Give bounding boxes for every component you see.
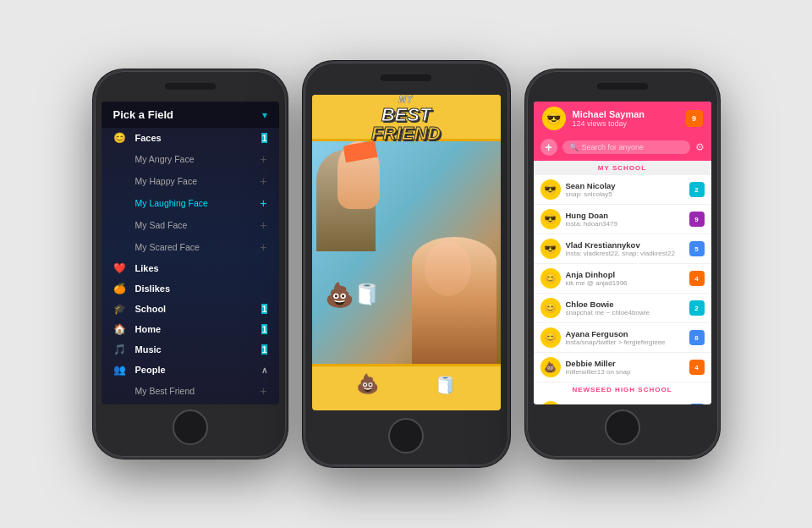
school-label: School [135,304,262,314]
best-friend-label: My Best Friend [135,386,261,396]
sad-face-label: My Sad Face [135,220,261,230]
music-icon: 🎵 [113,344,129,355]
snap-people-area: 💩 🧻 [312,141,501,364]
list-item[interactable]: 😎 Jonathan Dann musically: jdann344 6 [534,397,711,404]
phone2-screen: MY BEST FRIEND [312,95,501,410]
likes-label: Likes [135,263,267,273]
list-item[interactable]: 😎 Vlad Krestiannykov insta: vladkrest22,… [534,234,711,264]
field-header[interactable]: Pick a Field ▾ [102,102,279,128]
item-info: Chloe Bowie snapchat me ~ chloe4bowie [566,300,684,316]
item-info: Sean Nicolay snap: snicolay5 [566,181,684,198]
happy-face-label: My Happy Face [135,176,261,186]
home-icon: 🏠 [113,323,129,335]
item-name: Sean Nicolay [566,181,684,190]
search-bar: + 🔍 Search for anyone ⚙ [534,135,711,161]
newseed-section-label: NEWSEED HIGH SCHOOL [534,382,711,397]
avatar: 😎 [540,209,561,229]
my-happy-face-item[interactable]: My Happy Face + [102,170,279,192]
my-fans-item[interactable]: My Fans + [102,402,279,404]
category-school[interactable]: 🎓 School 1 [102,299,279,319]
field-list: 😊 Faces 1 My Angry Face + My Happy Face … [102,128,279,404]
people-label: People [135,365,261,375]
item-handle: millerwiller13 on snap [566,368,684,376]
item-badge: 2 [689,182,705,197]
add-button[interactable]: + [540,139,557,156]
faces-label: Faces [135,133,262,143]
snap-friend-text: FRIEND [371,124,441,143]
toilet-paper-sticker: 🧻 [354,283,380,306]
search-input[interactable]: 🔍 Search for anyone [562,140,690,154]
list-item[interactable]: 😊 Ayana Ferguson insta/snap/twitter > fe… [534,323,711,353]
faces-badge: 1 [261,133,266,143]
item-badge: 9 [689,212,705,227]
item-name: Ayana Ferguson [566,329,684,338]
phone-3: 😎 Michael Sayman 124 views today 9 + 🔍 S… [525,69,720,459]
list-item[interactable]: 😊 Anja Dinhopl kik me @ anjad1996 4 [534,264,711,294]
school-icon: 🎓 [113,303,129,315]
snap-title: MY BEST FRIEND [371,95,441,143]
user-avatar: 😎 [542,107,566,130]
avatar: 😊 [540,327,561,348]
snap-image: MY BEST FRIEND [312,95,501,410]
my-sad-face-item[interactable]: My Sad Face + [102,214,279,236]
item-badge: 6 [689,404,705,404]
category-dislikes[interactable]: 🍊 Dislikes [102,278,279,299]
phone1-screen: Pick a Field ▾ 😊 Faces 1 My Angry Face +… [102,102,279,404]
my-best-friend-item[interactable]: My Best Friend + [102,380,279,402]
header-info: Michael Sayman 124 views today [573,109,679,128]
item-badge: 5 [689,241,705,256]
item-badge: 4 [689,360,705,375]
category-faces[interactable]: 😊 Faces 1 [102,128,279,148]
chevron-down-icon: ▾ [262,109,267,121]
list-item[interactable]: 😊 Chloe Bowie snapchat me ~ chloe4bowie … [534,294,711,323]
category-likes[interactable]: ❤️ Likes [102,258,279,278]
item-name: Debbie Miller [566,359,684,368]
home-label: Home [135,324,262,334]
people-icon: 👥 [113,364,129,376]
faces-icon: 😊 [113,132,129,144]
my-laughing-face-item[interactable]: My Laughing Face + [102,192,279,214]
list-item[interactable]: 😎 Sean Nicolay snap: snicolay5 2 [534,175,711,205]
my-angry-face-item[interactable]: My Angry Face + [102,148,279,170]
phone-2: MY BEST FRIEND [303,61,510,467]
person2-head [425,241,471,296]
snap-best-text: BEST [371,106,441,124]
angry-face-label: My Angry Face [135,154,261,164]
angry-face-plus-icon[interactable]: + [260,152,266,166]
item-handle: snapchat me ~ chloe4bowie [566,309,684,316]
avatar: 😎 [540,179,561,200]
avatar: 😊 [540,298,561,318]
item-info: Vlad Krestiannykov insta: vladkrest22, s… [566,240,684,257]
dislikes-label: Dislikes [135,283,267,294]
item-badge: 8 [689,330,705,345]
my-scared-face-item[interactable]: My Scared Face + [102,236,279,258]
happy-face-plus-icon[interactable]: + [260,174,266,188]
best-friend-plus-icon[interactable]: + [260,384,266,398]
list-item[interactable]: 💩 Debbie Miller millerwiller13 on snap 4 [534,353,711,382]
search-icon: 🔍 [569,143,579,151]
sad-face-plus-icon[interactable]: + [260,218,266,232]
bottom-sticker2: 🧻 [435,370,456,395]
scared-face-plus-icon[interactable]: + [260,240,266,254]
header-badge: 9 [686,110,703,127]
list-item[interactable]: 😎 Hung Doan insta: hdoan3479 9 [534,205,711,234]
item-handle: kik me @ anjad1996 [566,279,684,287]
snap-bottom-border: 💩 🧻 [312,364,501,410]
item-info: Debbie Miller millerwiller13 on snap [566,359,684,376]
category-home[interactable]: 🏠 Home 1 [102,319,279,339]
category-music[interactable]: 🎵 Music 1 [102,339,279,360]
social-list: 😎 Sean Nicolay snap: snicolay5 2 😎 Hung … [534,175,711,382]
avatar: 😊 [540,268,561,289]
laughing-face-plus-icon[interactable]: + [260,196,266,210]
category-people[interactable]: 👥 People ∧ [102,360,279,380]
avatar: 😎 [540,239,561,259]
newseed-list: 😎 Jonathan Dann musically: jdann344 6 [534,397,711,404]
snap-top-border: MY BEST FRIEND [312,95,501,141]
settings-icon[interactable]: ⚙ [695,141,705,153]
field-header-title: Pick a Field [113,108,174,121]
item-info: Hung Doan insta: hdoan3479 [566,211,684,228]
item-handle: insta: hdoan3479 [566,220,684,228]
school-badge: 1 [261,304,266,314]
item-info: Ayana Ferguson insta/snap/twitter > ferg… [566,329,684,346]
item-badge: 4 [689,271,705,286]
